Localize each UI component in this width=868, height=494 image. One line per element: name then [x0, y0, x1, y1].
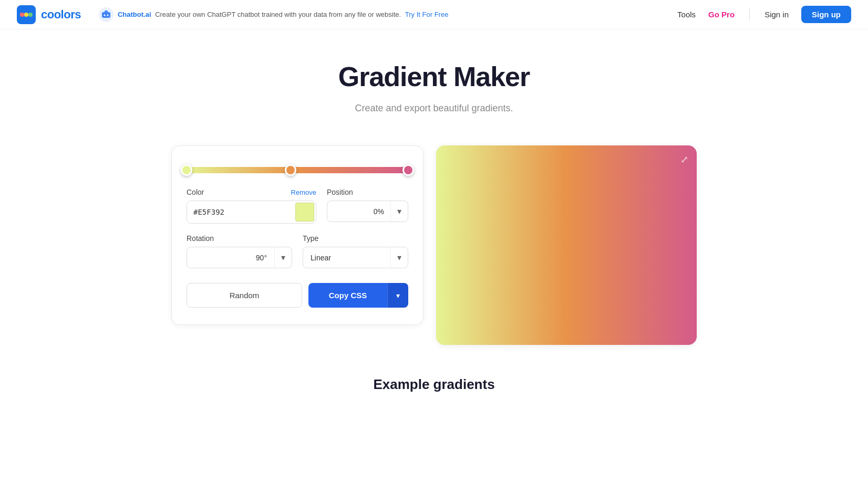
svg-rect-4: [102, 12, 110, 18]
color-position-row: Color Remove Position 0% ▾: [187, 188, 408, 224]
gradient-preview: ⤢: [436, 145, 697, 345]
color-label-row: Color Remove: [187, 188, 316, 196]
svg-rect-5: [105, 10, 108, 13]
rotation-select[interactable]: 90° ▾: [187, 247, 292, 268]
copy-css-dropdown-button[interactable]: ▾: [387, 283, 408, 308]
main-content: Gradient Maker Create and export beautif…: [0, 29, 868, 430]
color-input-wrapper: [187, 201, 316, 224]
rotation-dropdown-arrow[interactable]: ▾: [274, 247, 292, 268]
position-label-row: Position: [327, 188, 408, 196]
chatbot-banner: Chatbot.ai Create your own ChatGPT chatb…: [99, 7, 448, 22]
chatbot-desc: Create your own ChatGPT chatbot trained …: [155, 10, 401, 18]
header-nav: Tools Go Pro Sign in Sign up: [677, 6, 851, 23]
page-title: Gradient Maker: [338, 61, 530, 92]
color-label: Color: [187, 188, 204, 196]
remove-link[interactable]: Remove: [291, 188, 316, 196]
controls-panel: Color Remove Position 0% ▾: [171, 145, 423, 325]
svg-point-2: [24, 13, 28, 17]
example-section: Example gradients: [171, 376, 697, 409]
gradient-track[interactable]: [187, 167, 408, 173]
rotation-label: Rotation: [187, 234, 214, 243]
nav-tools[interactable]: Tools: [677, 10, 696, 19]
chatbot-icon: [99, 7, 113, 22]
color-stop-2[interactable]: [285, 164, 296, 176]
color-field-group: Color Remove: [187, 188, 316, 224]
type-value: Linear: [303, 248, 390, 267]
nav-signin[interactable]: Sign in: [764, 10, 789, 19]
position-field-group: Position 0% ▾: [327, 188, 408, 224]
rotation-type-row: Rotation 90° ▾ Type Linear ▾: [187, 234, 408, 268]
color-stop-3[interactable]: [402, 164, 414, 176]
type-label-row: Type: [303, 234, 408, 243]
position-select-wrapper[interactable]: 0% ▾: [327, 201, 408, 222]
rotation-field-group: Rotation 90° ▾: [187, 234, 292, 268]
tool-section: Color Remove Position 0% ▾: [171, 145, 697, 345]
page-subtitle: Create and export beautiful gradients.: [355, 103, 513, 114]
rotation-value: 90°: [187, 248, 274, 267]
type-dropdown-arrow[interactable]: ▾: [390, 247, 408, 268]
svg-point-3: [28, 13, 33, 17]
example-section-title: Example gradients: [171, 376, 697, 393]
type-label: Type: [303, 234, 318, 243]
type-field-group: Type Linear ▾: [303, 234, 408, 268]
logo-text[interactable]: coolors: [41, 8, 81, 22]
svg-point-6: [104, 14, 105, 16]
nav-gopro[interactable]: Go Pro: [708, 10, 735, 19]
header: coolors Chatbot.ai Create your own ChatG…: [0, 0, 868, 29]
chatbot-cta-link[interactable]: Try It For Free: [405, 10, 449, 18]
type-select[interactable]: Linear ▾: [303, 247, 408, 268]
chatbot-brand: Chatbot.ai Create your own ChatGPT chatb…: [118, 10, 448, 18]
random-button[interactable]: Random: [187, 283, 302, 308]
rotation-label-row: Rotation: [187, 234, 292, 243]
action-buttons-row: Random Copy CSS ▾: [187, 283, 408, 308]
position-label: Position: [327, 188, 353, 196]
coolors-logo-icon[interactable]: [17, 5, 36, 24]
gradient-slider-container: [187, 167, 408, 173]
copy-css-button[interactable]: Copy CSS: [308, 283, 387, 308]
signup-button[interactable]: Sign up: [801, 6, 851, 23]
color-stop-1[interactable]: [181, 164, 192, 176]
expand-icon[interactable]: ⤢: [680, 154, 688, 165]
nav-divider: [749, 8, 750, 21]
position-dropdown-arrow[interactable]: ▾: [390, 201, 408, 222]
color-hex-input[interactable]: [187, 203, 294, 222]
svg-point-7: [107, 14, 108, 16]
copy-css-wrapper: Copy CSS ▾: [308, 283, 408, 308]
color-swatch[interactable]: [295, 203, 314, 222]
svg-point-1: [20, 13, 24, 17]
logo-area: coolors Chatbot.ai Create your own ChatG…: [17, 5, 677, 24]
position-value: 0%: [327, 202, 390, 221]
